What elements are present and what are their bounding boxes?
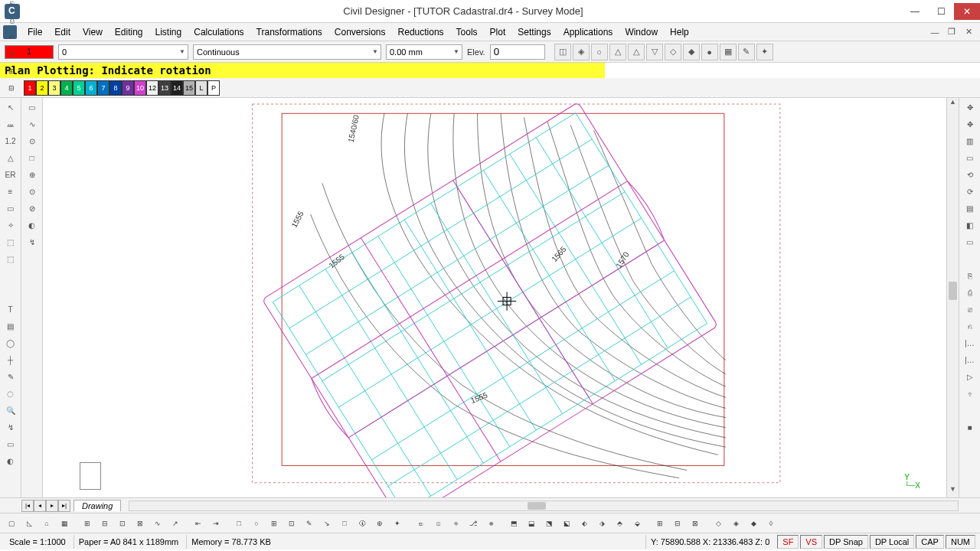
bottom-tool-29[interactable]: ⎇	[465, 515, 482, 532]
bottom-tool-21[interactable]: □	[336, 515, 353, 532]
ltool-a-11[interactable]	[2, 285, 19, 300]
palette-color-8[interactable]: 8	[109, 80, 122, 96]
prop-tool-8[interactable]: ●	[701, 44, 718, 60]
ltool-b-5[interactable]: ⊙	[24, 184, 41, 199]
ltool-a-10[interactable]	[2, 268, 19, 283]
rtool-6[interactable]: ▤	[962, 201, 978, 216]
bottom-tool-6[interactable]: ⊟	[96, 515, 113, 532]
rtool-19[interactable]: ■	[962, 419, 978, 435]
status-toggle-num[interactable]: NUM	[946, 535, 975, 549]
ltool-a-1[interactable]: ⅏	[2, 116, 19, 132]
menu-tools[interactable]: Tools	[450, 24, 484, 40]
palette-color-6[interactable]: 6	[85, 80, 97, 96]
bottom-tool-36[interactable]: ⬖	[576, 515, 593, 532]
tab-first-button[interactable]: |◂	[21, 500, 34, 512]
tool-button-19[interactable]: ⊟	[3, 80, 20, 96]
ltool-a-4[interactable]: ER	[2, 167, 19, 182]
ltool-b-11[interactable]	[24, 285, 41, 300]
palette-color-9[interactable]: 9	[122, 80, 134, 96]
palette-color-13[interactable]: 13	[158, 80, 171, 96]
scroll-up-icon[interactable]: ▲	[947, 98, 959, 110]
ltool-b-3[interactable]: □	[24, 150, 41, 165]
bottom-tool-33[interactable]: ⬓	[523, 515, 540, 532]
ltool-b-4[interactable]: ⊕	[24, 167, 41, 182]
bottom-tool-26[interactable]: ⎄	[412, 515, 429, 532]
rtool-3[interactable]: ▭	[962, 150, 978, 165]
mdi-minimize-button[interactable]: —	[928, 25, 942, 39]
ltool-a-18[interactable]: 🔍	[2, 403, 19, 418]
bottom-tool-8[interactable]: ⊠	[132, 515, 149, 532]
status-toggle-dp-local[interactable]: DP Local	[870, 535, 914, 549]
bottom-tool-41[interactable]: ⊞	[652, 515, 668, 532]
scroll-thumb[interactable]	[949, 282, 957, 300]
bottom-tool-34[interactable]: ⬔	[541, 515, 557, 532]
bottom-tool-48[interactable]: ◊	[763, 515, 779, 532]
bottom-tool-42[interactable]: ⊟	[669, 515, 686, 532]
tool-button-15[interactable]: ↶	[3, 29, 20, 46]
prop-tool-3[interactable]: △	[609, 44, 626, 60]
bottom-tool-7[interactable]: ⊡	[114, 515, 131, 532]
bottom-tool-20[interactable]: ↘	[318, 515, 335, 532]
status-toggle-sf[interactable]: SF	[777, 535, 799, 549]
ltool-a-9[interactable]: ⬚	[2, 251, 19, 266]
sheet-tab[interactable]: Drawing	[74, 500, 121, 511]
ltool-a-19[interactable]: ↯	[2, 419, 19, 435]
ltool-a-3[interactable]: △	[2, 150, 19, 165]
rtool-5[interactable]: ⟳	[962, 184, 978, 199]
ltool-b-1[interactable]: ∿	[24, 116, 41, 132]
rtool-7[interactable]: ◧	[962, 217, 978, 233]
bottom-tool-17[interactable]: ⊞	[266, 515, 283, 532]
menu-plot[interactable]: Plot	[484, 24, 512, 40]
elevation-input[interactable]	[490, 44, 545, 60]
ltool-a-7[interactable]: ✧	[2, 217, 19, 233]
tab-prev-button[interactable]: ◂	[34, 500, 46, 512]
menu-settings[interactable]: Settings	[511, 24, 557, 40]
scroll-down-icon[interactable]: ▼	[947, 485, 959, 497]
prop-tool-0[interactable]: ◫	[554, 44, 571, 60]
horizontal-scrollbar[interactable]	[129, 500, 959, 511]
palette-color-P[interactable]: P	[207, 80, 220, 96]
bottom-tool-12[interactable]: ⇤	[190, 515, 207, 532]
bottom-tool-5[interactable]: ⊞	[79, 515, 96, 532]
ltool-a-5[interactable]: ≡	[2, 184, 19, 199]
mdi-close-button[interactable]: ✕	[962, 25, 975, 39]
ltool-b-6[interactable]: ⊘	[24, 201, 41, 216]
rtool-0[interactable]: ✥	[962, 99, 978, 115]
prop-tool-4[interactable]: △	[628, 44, 645, 60]
menu-editing[interactable]: Editing	[109, 24, 149, 40]
ltool-b-2[interactable]: ⊙	[24, 133, 41, 148]
rtool-14[interactable]: |…	[962, 335, 978, 350]
bottom-tool-47[interactable]: ◆	[745, 515, 762, 532]
prop-tool-5[interactable]: ▽	[646, 44, 663, 60]
scroll-thumb[interactable]	[528, 502, 546, 510]
ltool-b-10[interactable]	[24, 268, 41, 283]
bottom-tool-45[interactable]: ◇	[710, 515, 727, 532]
rtool-18[interactable]	[962, 403, 978, 418]
prop-tool-10[interactable]: ✎	[738, 44, 755, 60]
bottom-tool-16[interactable]: ○	[248, 515, 265, 532]
palette-color-7[interactable]: 7	[97, 80, 109, 96]
ltool-b-20[interactable]	[24, 436, 41, 452]
ltool-a-2[interactable]: 1.2	[2, 133, 19, 148]
ltool-a-6[interactable]: ▭	[2, 201, 19, 216]
bottom-tool-46[interactable]: ◈	[727, 515, 744, 532]
bottom-tool-39[interactable]: ⬙	[629, 515, 645, 532]
rtool-13[interactable]: ⎌	[962, 318, 978, 334]
ltool-a-8[interactable]: ⬚	[2, 234, 19, 249]
bottom-tool-27[interactable]: ⎅	[430, 515, 446, 532]
menu-reductions[interactable]: Reductions	[392, 24, 450, 40]
ltool-b-0[interactable]: ▭	[24, 99, 41, 115]
menu-help[interactable]: Help	[664, 24, 695, 40]
ltool-b-18[interactable]	[24, 403, 41, 418]
ltool-a-21[interactable]: ◐	[2, 453, 19, 468]
bottom-tool-9[interactable]: ∿	[149, 515, 166, 532]
bottom-tool-35[interactable]: ⬕	[558, 515, 575, 532]
ltool-a-20[interactable]: ▭	[2, 436, 19, 452]
ltool-b-19[interactable]	[24, 419, 41, 435]
rtool-16[interactable]: ▷	[962, 369, 978, 384]
sheet-thumbnail[interactable]	[80, 462, 101, 490]
menu-edit[interactable]: Edit	[48, 24, 77, 40]
bottom-tool-13[interactable]: ⇥	[207, 515, 224, 532]
prop-tool-2[interactable]: ○	[591, 44, 608, 60]
menu-conversions[interactable]: Conversions	[328, 24, 392, 40]
